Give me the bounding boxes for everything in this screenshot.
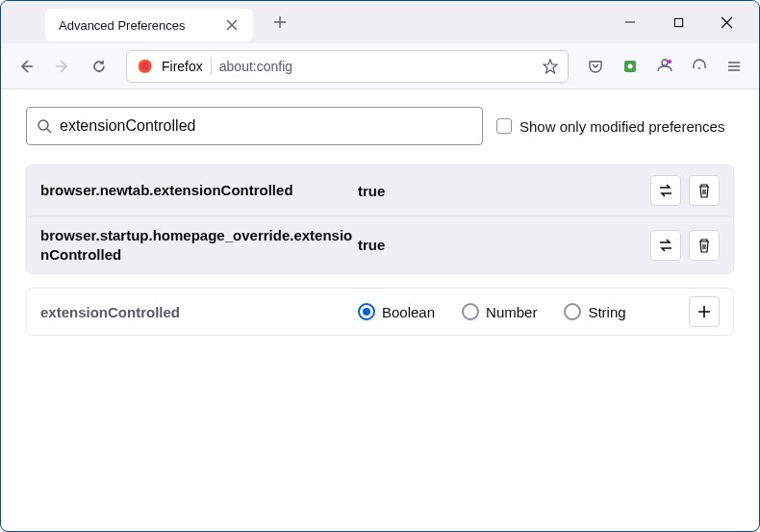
radio-boolean[interactable]: Boolean [358, 303, 435, 320]
pocket-icon[interactable] [580, 51, 611, 82]
overflow-icon[interactable] [684, 51, 715, 82]
add-button[interactable] [689, 296, 720, 327]
checkbox-label: Show only modified preferences [519, 118, 724, 135]
new-tab-button[interactable] [266, 9, 293, 36]
url-text: about:config [219, 59, 535, 74]
radio-label: String [588, 304, 625, 320]
close-window-button[interactable] [711, 7, 742, 38]
toggle-button[interactable] [650, 230, 681, 261]
radio-circle [358, 303, 375, 320]
url-separator [211, 58, 212, 75]
extension-icon[interactable] [615, 51, 646, 82]
svg-point-8 [38, 120, 48, 130]
radio-string[interactable]: String [564, 303, 625, 320]
preference-value: true [358, 183, 650, 199]
browser-tab[interactable]: Advanced Preferences [45, 9, 253, 41]
delete-button[interactable] [689, 230, 720, 261]
tab-title: Advanced Preferences [59, 18, 186, 33]
toggle-button[interactable] [650, 175, 681, 206]
svg-point-7 [698, 67, 700, 69]
checkbox-box [496, 118, 512, 134]
preference-actions [650, 230, 720, 261]
radio-circle [462, 303, 479, 320]
content-area: Show only modified preferences browser.n… [1, 89, 759, 353]
preference-actions [650, 175, 720, 206]
browser-toolbar: Firefox about:config [1, 43, 759, 89]
search-row: Show only modified preferences [26, 107, 734, 145]
window-titlebar: Advanced Preferences [1, 1, 759, 43]
back-button[interactable] [11, 51, 41, 82]
preference-key: browser.startup.homepage_override.extens… [40, 226, 358, 264]
window-controls [615, 7, 751, 38]
new-preference-row: extensionControlled Boolean Number Strin… [26, 288, 734, 336]
toolbar-icons [580, 51, 749, 82]
svg-point-6 [668, 60, 671, 63]
preference-value: true [358, 237, 650, 253]
forward-button[interactable] [47, 51, 78, 82]
preference-key: browser.newtab.extensionControlled [40, 181, 358, 200]
new-preference-name: extensionControlled [40, 304, 358, 320]
radio-label: Number [486, 304, 537, 320]
minimize-button[interactable] [615, 7, 646, 38]
preference-row[interactable]: browser.newtab.extensionControlled true [27, 165, 733, 216]
search-input[interactable] [60, 117, 472, 135]
delete-button[interactable] [689, 175, 720, 206]
radio-label: Boolean [382, 304, 435, 320]
modified-only-checkbox[interactable]: Show only modified preferences [496, 118, 724, 135]
svg-rect-0 [674, 18, 682, 26]
preference-row[interactable]: browser.startup.homepage_override.extens… [27, 216, 733, 273]
url-bar[interactable]: Firefox about:config [126, 50, 569, 83]
bookmark-star-icon[interactable] [543, 59, 558, 74]
svg-point-5 [662, 60, 668, 65]
menu-icon[interactable] [719, 51, 749, 82]
search-icon [37, 118, 52, 134]
search-box[interactable] [26, 107, 483, 145]
radio-number[interactable]: Number [462, 303, 537, 320]
svg-point-4 [628, 63, 633, 68]
preference-table: browser.newtab.extensionControlled true … [26, 165, 734, 274]
reload-button[interactable] [84, 51, 114, 82]
maximize-button[interactable] [663, 7, 694, 38]
radio-circle [564, 303, 581, 320]
type-radio-group: Boolean Number String [358, 303, 689, 320]
firefox-logo-icon [137, 58, 154, 75]
account-icon[interactable] [649, 51, 680, 82]
url-brand-label: Firefox [162, 59, 203, 74]
close-tab-icon[interactable] [224, 17, 240, 33]
